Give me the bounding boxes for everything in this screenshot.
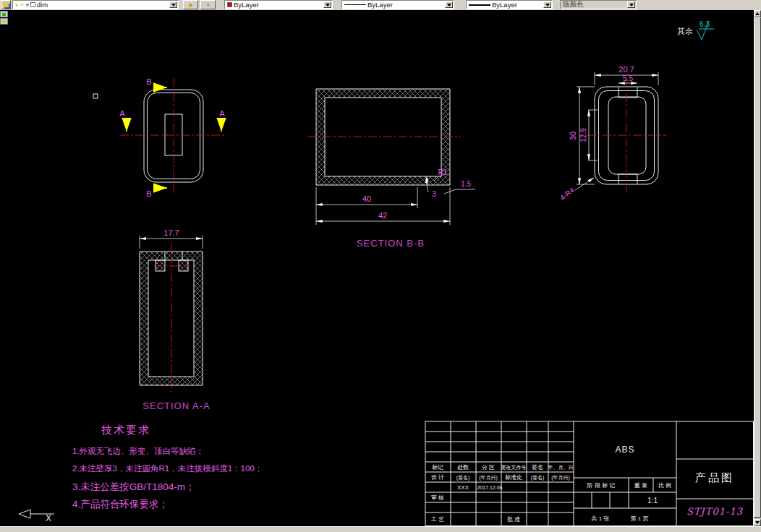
arrow-up-icon (755, 12, 760, 15)
color-dropdown-arrow[interactable] (323, 1, 331, 8)
header-zone: 分 区 (482, 464, 495, 471)
tech-req-line-1: 1.外观无飞边、形变、顶白等缺陷； (72, 447, 204, 455)
layer-previous-icon: ≡ (206, 0, 209, 9)
designer-name: XXX (457, 484, 469, 491)
dim-text-20-7: 20.7 (618, 65, 634, 74)
scale-value: 1:1 (647, 497, 658, 505)
layer-value: dim (37, 1, 48, 9)
layer-lock-icon: ■ (26, 0, 29, 9)
front-view: B B A A (119, 77, 227, 198)
layer-previous-button[interactable]: ≡ (200, 0, 216, 9)
lineweight-value: ByLayer (492, 1, 517, 9)
section-letter-b-bottom: B (146, 189, 151, 198)
section-letter-a-left: A (119, 109, 125, 118)
plotstyle-value: 随颜色 (563, 0, 584, 9)
color-value: ByLayer (234, 1, 259, 9)
plotstyle-combo: 随颜色 (560, 0, 637, 9)
leader-3 (427, 186, 428, 192)
leader-1-5 (444, 189, 475, 194)
ucs-x-label: X (46, 513, 51, 523)
lineweight-combo[interactable]: ByLayer (466, 0, 553, 9)
tech-req-line-4: 4.产品符合环保要求； (72, 499, 169, 510)
leader-4-r4 (575, 178, 594, 190)
hatched-wall (316, 89, 450, 185)
header-signature: 签名 (532, 464, 543, 471)
sign-placeholder: (签名) (531, 475, 545, 481)
bottom-status-strip (0, 526, 761, 532)
plotstyle-dropdown-arrow (627, 1, 635, 8)
scroll-down-button[interactable] (754, 519, 761, 526)
dim-text-17-7: 17.7 (163, 228, 179, 237)
chevron-down-icon (545, 4, 550, 7)
scrollbar-thumb[interactable] (754, 17, 761, 518)
header-mark: 标记 (432, 464, 443, 471)
lineweight-dropdown-arrow[interactable] (543, 1, 551, 8)
color-combo[interactable]: ByLayer (224, 0, 333, 9)
section-bb-view: 40 42 3 1.5 R1 SECTION B-B (307, 89, 475, 249)
chevron-down-icon (326, 4, 330, 7)
surface-note-prefix: 其余 (677, 27, 693, 35)
date-placeholder: (年月日) (551, 475, 570, 481)
boss-left (156, 260, 165, 271)
cad-drawing-svg: B B A A 40 42 3 1.5 R1 SECTION B-B (0, 10, 754, 526)
notch-lines (618, 87, 637, 184)
pickbox-marker (93, 94, 98, 98)
technical-requirements: 技术要求 1.外观无飞边、形变、顶白等缺陷； 2.未注壁厚3，未注圆角R1，未注… (72, 424, 263, 510)
layer-color-swatch (30, 2, 35, 7)
extension-lines (140, 236, 203, 249)
docked-toolbar-button-1[interactable] (0, 11, 8, 17)
header-count: 处数 (457, 464, 469, 471)
surface-finish-note: 其余 6.3 (677, 20, 714, 40)
tool-icon (2, 20, 6, 23)
layer-combo[interactable]: ● ☀ ■ dim (12, 0, 179, 9)
dim-text-radius: R1 (438, 168, 448, 176)
dim-text-12-9: 12.9 (579, 128, 587, 142)
dim-text-5-5: 5.5 (623, 74, 633, 82)
dim-text-30: 30 (569, 132, 577, 140)
linetype-combo[interactable]: ByLayer (341, 0, 454, 9)
make-object-layer-current-button[interactable]: ◆ (183, 0, 198, 9)
layer-properties-button[interactable] (1, 0, 11, 9)
design-label: 设 计 (431, 474, 444, 481)
current-color-swatch (227, 2, 232, 7)
section-letter-b-top: B (146, 77, 151, 86)
arrow-down-icon (755, 521, 760, 524)
dim-text-42: 42 (378, 211, 387, 220)
linetype-value: ByLayer (367, 1, 393, 9)
header-date: 年、月、日 (548, 465, 574, 471)
linetype-sample-icon (344, 4, 366, 5)
section-aa-label: SECTION A-A (143, 400, 210, 411)
dim-text-3: 3 (432, 190, 436, 198)
boss-right (179, 260, 188, 271)
scroll-up-button[interactable] (754, 10, 761, 17)
inner-cavity (608, 97, 646, 174)
side-view: 20.7 5.5 30 12.9 4-R4 (558, 65, 667, 202)
process-label: 工 艺 (431, 516, 444, 523)
hatched-wall (140, 252, 203, 385)
dim-text-1-5: 1.5 (461, 180, 471, 188)
title-block: 标记 处数 分 区 更改文件号 签名 年、月、日 设 计 (签名) (年月日) … (425, 421, 754, 526)
chevron-down-icon (447, 4, 451, 7)
drawing-canvas[interactable]: B B A A 40 42 3 1.5 R1 SECTION B-B (0, 10, 754, 526)
chevron-down-icon (629, 4, 634, 7)
chevron-down-icon (171, 4, 176, 7)
approve-label: 批 准 (507, 516, 520, 523)
vertical-scrollbar[interactable] (754, 10, 761, 526)
tech-req-title: 技术要求 (101, 424, 150, 436)
drawing-number: STJT01-13 (686, 506, 744, 517)
sheet-total: 共 1 张 (592, 515, 610, 522)
sign-placeholder: (签名) (456, 475, 470, 481)
product-title: 产品图 (695, 471, 734, 484)
layers-icon (3, 2, 9, 7)
sheet-page: 第 1 页 (631, 515, 649, 522)
date-placeholder: (年月日) (479, 475, 498, 481)
docked-toolbar-button-2[interactable] (0, 18, 8, 25)
stage-mark-label: 阶 段 标 记 (587, 482, 616, 489)
object-properties-toolbar: ● ☀ ■ dim ◆ ≡ ByLayer ByLayer ByLayer 随颜… (0, 0, 761, 10)
linetype-dropdown-arrow[interactable] (445, 1, 453, 8)
weight-label: 重 量 (634, 482, 647, 489)
review-label: 审 核 (431, 494, 444, 501)
section-bb-label: SECTION B-B (357, 238, 425, 249)
layer-dropdown-arrow[interactable] (169, 1, 177, 8)
section-letter-a-right: A (219, 109, 225, 118)
